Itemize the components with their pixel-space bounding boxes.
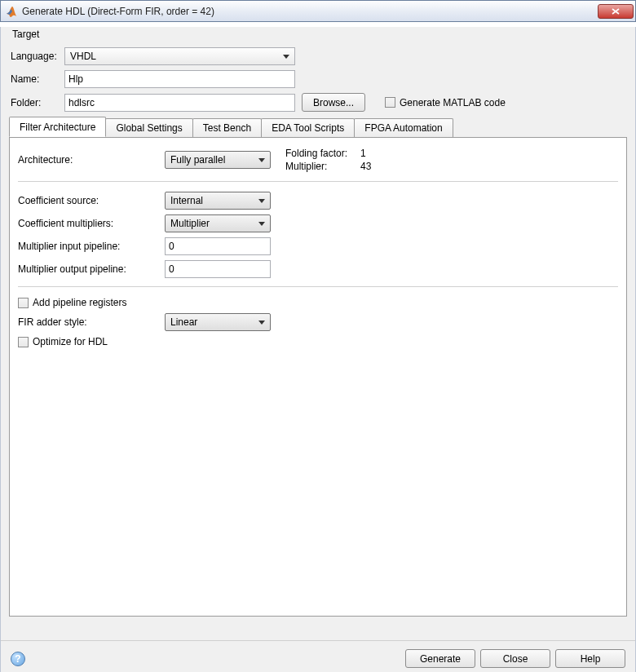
folder-input[interactable] <box>64 94 295 112</box>
mult-in-pipe-label: Multiplier input pipeline: <box>18 241 165 252</box>
close-button[interactable]: Close <box>480 649 550 668</box>
divider <box>18 286 618 287</box>
mult-out-pipe-row: Multiplier output pipeline: <box>18 260 618 278</box>
coeff-mult-select[interactable]: Multiplier <box>165 214 271 232</box>
name-label: Name: <box>11 73 64 85</box>
tab-global-settings[interactable]: Global Settings <box>105 118 192 137</box>
tab-filter-architecture[interactable]: Filter Architecture <box>9 117 106 137</box>
name-input[interactable] <box>64 70 295 88</box>
folder-label: Folder: <box>11 97 64 108</box>
window-body: Target Language: VHDL Name: Folder: Brow… <box>0 27 636 672</box>
close-icon <box>612 8 620 15</box>
coeff-source-select[interactable]: Internal <box>165 192 271 210</box>
coeff-source-row: Coefficient source: Internal <box>18 192 618 210</box>
target-group: Target Language: VHDL Name: Folder: Brow… <box>9 27 627 112</box>
generate-matlab-checkbox[interactable]: Generate MATLAB code <box>385 97 506 108</box>
browse-button[interactable]: Browse... <box>302 93 365 112</box>
tab-eda-tool-scripts[interactable]: EDA Tool Scripts <box>261 118 355 137</box>
architecture-info: Folding factor:1 Multiplier:43 <box>285 147 371 173</box>
bottom-bar: ? Generate Close Help <box>1 640 635 672</box>
coeff-mult-label: Coefficient multipliers: <box>18 218 165 229</box>
generate-button[interactable]: Generate <box>405 649 475 668</box>
fir-adder-select[interactable]: Linear <box>165 313 271 331</box>
coeff-source-label: Coefficient source: <box>18 195 165 206</box>
architecture-row: Architecture: Fully parallel Folding fac… <box>18 147 618 173</box>
fir-adder-row: FIR adder style: Linear <box>18 313 618 331</box>
tabs-area: Filter Architecture Global Settings Test… <box>9 118 627 617</box>
tab-panel: Architecture: Fully parallel Folding fac… <box>9 137 627 617</box>
coeff-mult-row: Coefficient multipliers: Multiplier <box>18 214 618 232</box>
help-icon[interactable]: ? <box>11 652 25 666</box>
add-pipe-checkbox[interactable]: Add pipeline registers <box>18 297 126 308</box>
checkbox-icon <box>18 337 29 347</box>
matlab-icon <box>6 5 19 18</box>
checkbox-icon <box>385 97 395 108</box>
language-select[interactable]: VHDL <box>64 47 295 65</box>
tab-strip: Filter Architecture Global Settings Test… <box>9 118 627 137</box>
checkbox-icon <box>18 298 29 308</box>
target-legend: Target <box>9 27 627 45</box>
optimize-row: Optimize for HDL <box>18 336 618 347</box>
mult-in-pipe-row: Multiplier input pipeline: <box>18 237 618 255</box>
architecture-label: Architecture: <box>18 154 165 166</box>
fir-adder-label: FIR adder style: <box>18 316 165 328</box>
window-close-button[interactable] <box>598 4 634 19</box>
add-pipe-row: Add pipeline registers <box>18 297 618 308</box>
name-row: Name: <box>11 70 627 88</box>
tab-fpga-automation[interactable]: FPGA Automation <box>354 118 453 137</box>
help-button[interactable]: Help <box>555 649 625 668</box>
optimize-checkbox[interactable]: Optimize for HDL <box>18 336 108 347</box>
window-title: Generate HDL (Direct-Form FIR, order = 4… <box>22 6 598 17</box>
mult-in-pipe-input[interactable] <box>165 237 271 255</box>
language-row: Language: VHDL <box>11 47 627 65</box>
language-label: Language: <box>11 51 64 62</box>
divider <box>18 181 618 182</box>
mult-out-pipe-label: Multiplier output pipeline: <box>18 263 165 275</box>
mult-out-pipe-input[interactable] <box>165 260 271 278</box>
folder-row: Folder: Browse... Generate MATLAB code <box>11 93 627 112</box>
architecture-select[interactable]: Fully parallel <box>165 151 271 169</box>
tab-test-bench[interactable]: Test Bench <box>192 118 262 137</box>
titlebar: Generate HDL (Direct-Form FIR, order = 4… <box>0 0 636 22</box>
